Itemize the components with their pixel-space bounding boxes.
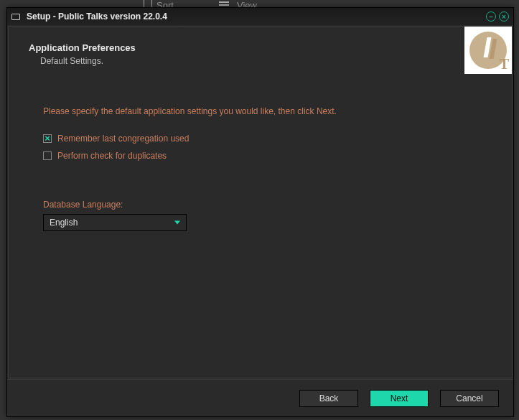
instruction-text: Please specify the default application s… (43, 106, 477, 116)
database-language-label: Database Language: (43, 200, 477, 210)
app-icon (11, 11, 23, 22)
setup-window: Setup - Public Talks version 22.0.4 – × … (6, 7, 514, 417)
app-logo: T (464, 27, 512, 74)
checkbox-icon[interactable] (43, 151, 52, 160)
page-subtitle: Default Settings. (40, 56, 492, 66)
page-title: Application Preferences (29, 42, 492, 53)
window-title: Setup - Public Talks version 22.0.4 (27, 11, 167, 22)
checkbox-remember-congregation[interactable]: Remember last congregation used (43, 134, 477, 144)
body-region: Please specify the default application s… (29, 106, 492, 231)
checkbox-label: Perform check for duplicates (57, 151, 167, 161)
bg-lines-icon (219, 1, 229, 3)
titlebar[interactable]: Setup - Public Talks version 22.0.4 – × (7, 8, 513, 25)
database-language-dropdown[interactable]: English (43, 214, 187, 231)
content-area: Application Preferences Default Settings… (8, 26, 513, 378)
back-button[interactable]: Back (299, 390, 358, 407)
next-button[interactable]: Next (370, 390, 429, 407)
chevron-down-icon (174, 221, 180, 225)
minimize-icon[interactable]: – (486, 11, 496, 22)
cancel-button[interactable]: Cancel (440, 390, 499, 407)
checkbox-icon[interactable] (43, 134, 52, 143)
checkbox-perform-duplicates[interactable]: Perform check for duplicates (43, 151, 477, 161)
dropdown-value: English (50, 218, 78, 228)
close-icon[interactable]: × (499, 11, 509, 22)
footer: Back Next Cancel (7, 379, 513, 416)
checkbox-label: Remember last congregation used (57, 134, 189, 144)
logo-letter: T (500, 56, 509, 73)
